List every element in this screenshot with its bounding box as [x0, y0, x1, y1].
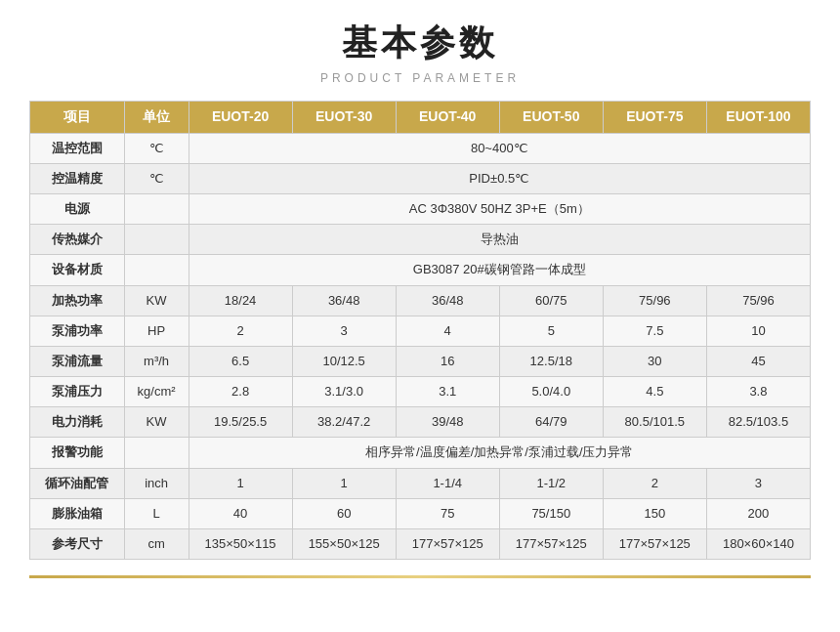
row-value: 3 — [706, 468, 810, 498]
row-span-value: 80~400℃ — [189, 133, 810, 163]
page-title: 基本参数 — [29, 20, 811, 67]
row-unit — [124, 438, 189, 468]
row-value: 200 — [706, 498, 810, 528]
table-row: 传热媒介导热油 — [30, 225, 811, 255]
row-value: 177×57×125 — [603, 529, 706, 560]
row-label: 控温精度 — [30, 163, 125, 193]
row-value: 7.5 — [603, 316, 706, 346]
row-label: 温控范围 — [30, 133, 125, 163]
row-value: 60/75 — [499, 285, 603, 316]
row-label: 泵浦功率 — [30, 316, 125, 346]
row-unit: m³/h — [124, 346, 189, 376]
row-value: 3.1/3.0 — [292, 377, 396, 407]
row-unit — [124, 255, 189, 285]
col-header-6: EUOT-75 — [603, 102, 706, 134]
row-label: 参考尺寸 — [30, 529, 125, 560]
row-value: 60 — [292, 498, 396, 528]
row-value: 18/24 — [189, 285, 292, 316]
row-span-value: GB3087 20#碳钢管路一体成型 — [189, 255, 810, 285]
row-value: 135×50×115 — [189, 529, 292, 560]
row-label: 加热功率 — [30, 285, 125, 316]
table-row: 泵浦流量m³/h6.510/12.51612.5/183045 — [30, 346, 811, 376]
row-span-value: AC 3Φ380V 50HZ 3P+E（5m） — [189, 193, 810, 224]
table-row: 温控范围℃80~400℃ — [30, 133, 811, 163]
row-label: 设备材质 — [30, 255, 125, 285]
row-value: 4 — [396, 316, 499, 346]
row-label: 传热媒介 — [30, 225, 125, 255]
row-value: 2 — [603, 468, 706, 498]
row-span-value: PID±0.5℃ — [189, 163, 810, 193]
row-value: 16 — [396, 346, 499, 376]
col-header-3: EUOT-30 — [292, 102, 396, 134]
row-unit: KW — [124, 407, 189, 438]
row-value: 1 — [189, 468, 292, 498]
bottom-line — [29, 575, 811, 578]
row-value: 64/79 — [499, 407, 603, 438]
row-value: 10 — [706, 316, 810, 346]
row-value: 150 — [603, 498, 706, 528]
row-unit: L — [124, 498, 189, 528]
row-value: 155×50×125 — [292, 529, 396, 560]
row-value: 19.5/25.5 — [189, 407, 292, 438]
row-value: 4.5 — [603, 377, 706, 407]
row-value: 36/48 — [292, 285, 396, 316]
page-wrapper: 基本参数 PRODUCT PARAMETER 项目 单位 EUOT-20 EUO… — [0, 0, 840, 598]
table-row: 膨胀油箱L40607575/150150200 — [30, 498, 811, 528]
row-unit — [124, 193, 189, 224]
table-body: 温控范围℃80~400℃控温精度℃PID±0.5℃电源AC 3Φ380V 50H… — [30, 133, 811, 560]
page-subtitle: PRODUCT PARAMETER — [29, 71, 811, 85]
row-value: 75/96 — [706, 285, 810, 316]
row-value: 5 — [499, 316, 603, 346]
col-header-4: EUOT-40 — [396, 102, 499, 134]
row-value: 10/12.5 — [292, 346, 396, 376]
row-value: 38.2/47.2 — [292, 407, 396, 438]
row-label: 循环油配管 — [30, 468, 125, 498]
row-value: 75/150 — [499, 498, 603, 528]
row-value: 75/96 — [603, 285, 706, 316]
col-header-5: EUOT-50 — [499, 102, 603, 134]
col-header-2: EUOT-20 — [189, 102, 292, 134]
table-row: 设备材质GB3087 20#碳钢管路一体成型 — [30, 255, 811, 285]
col-header-7: EUOT-100 — [706, 102, 810, 134]
row-value: 45 — [706, 346, 810, 376]
col-header-1: 单位 — [124, 102, 189, 134]
row-unit: kg/cm² — [124, 377, 189, 407]
row-value: 6.5 — [189, 346, 292, 376]
table-row: 泵浦压力kg/cm²2.83.1/3.03.15.0/4.04.53.8 — [30, 377, 811, 407]
table-row: 参考尺寸cm135×50×115155×50×125177×57×125177×… — [30, 529, 811, 560]
table-row: 泵浦功率HP23457.510 — [30, 316, 811, 346]
table-row: 报警功能相序异常/温度偏差/加热异常/泵浦过载/压力异常 — [30, 438, 811, 468]
col-header-0: 项目 — [30, 102, 125, 134]
params-table: 项目 单位 EUOT-20 EUOT-30 EUOT-40 EUOT-50 EU… — [29, 101, 811, 560]
row-value: 40 — [189, 498, 292, 528]
table-row: 循环油配管inch111-1/41-1/223 — [30, 468, 811, 498]
row-value: 12.5/18 — [499, 346, 603, 376]
row-value: 1-1/2 — [499, 468, 603, 498]
row-value: 3.8 — [706, 377, 810, 407]
table-header-row: 项目 单位 EUOT-20 EUOT-30 EUOT-40 EUOT-50 EU… — [30, 102, 811, 134]
row-label: 电源 — [30, 193, 125, 224]
row-label: 泵浦压力 — [30, 377, 125, 407]
table-row: 加热功率KW18/2436/4836/4860/7575/9675/96 — [30, 285, 811, 316]
row-label: 电力消耗 — [30, 407, 125, 438]
row-value: 1 — [292, 468, 396, 498]
row-value: 39/48 — [396, 407, 499, 438]
table-row: 控温精度℃PID±0.5℃ — [30, 163, 811, 193]
row-value: 5.0/4.0 — [499, 377, 603, 407]
row-value: 3 — [292, 316, 396, 346]
table-row: 电力消耗KW19.5/25.538.2/47.239/4864/7980.5/1… — [30, 407, 811, 438]
row-unit: cm — [124, 529, 189, 560]
row-unit: inch — [124, 468, 189, 498]
row-span-value: 导热油 — [189, 225, 810, 255]
row-value: 80.5/101.5 — [603, 407, 706, 438]
row-unit: KW — [124, 285, 189, 316]
row-value: 75 — [396, 498, 499, 528]
row-span-value: 相序异常/温度偏差/加热异常/泵浦过载/压力异常 — [189, 438, 810, 468]
row-label: 膨胀油箱 — [30, 498, 125, 528]
row-value: 177×57×125 — [396, 529, 499, 560]
row-value: 82.5/103.5 — [706, 407, 810, 438]
table-row: 电源AC 3Φ380V 50HZ 3P+E（5m） — [30, 193, 811, 224]
row-value: 2 — [189, 316, 292, 346]
row-label: 报警功能 — [30, 438, 125, 468]
row-unit: ℃ — [124, 163, 189, 193]
